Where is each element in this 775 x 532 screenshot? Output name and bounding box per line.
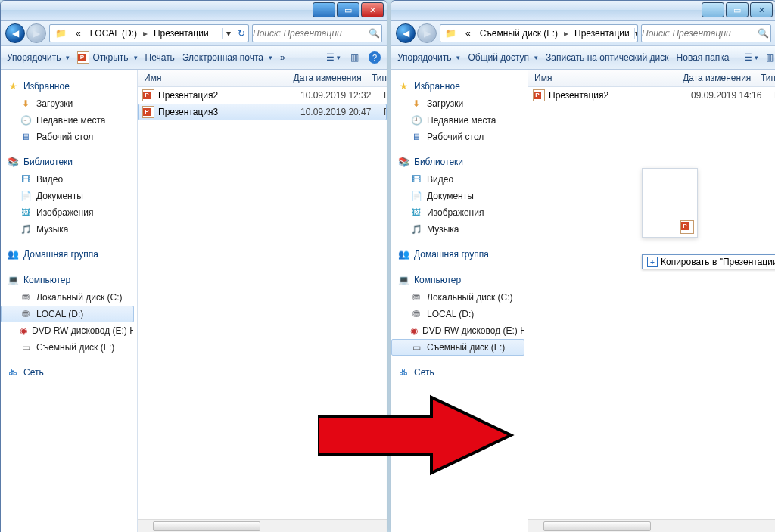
breadcrumb-seg-prefix[interactable]: « — [71, 28, 86, 39]
email-button[interactable]: Электронная почта — [182, 52, 272, 63]
nav-item-local-c[interactable]: ⛃Локальный диск (C:) — [391, 289, 524, 306]
nav-item-recent[interactable]: 🕘Недавние места — [391, 112, 524, 129]
column-name[interactable]: Имя — [528, 73, 683, 83]
nav-item-desktop[interactable]: 🖥Рабочий стол — [391, 129, 524, 145]
search-icon[interactable]: 🔍 — [367, 28, 381, 39]
open-button[interactable]: Открыть — [77, 51, 137, 64]
search-box[interactable]: 🔍 — [252, 24, 382, 42]
nav-item-usb-f[interactable]: ▭Съемный диск (F:) — [391, 339, 524, 356]
nav-libraries-header[interactable]: 📚 Библиотеки — [1, 154, 137, 171]
nav-item-local-c[interactable]: ⛃Локальный диск (C:) — [1, 289, 134, 306]
nav-homegroup-header[interactable]: 👥 Домашняя группа — [391, 247, 528, 263]
nav-item-images[interactable]: 🖼Изображения — [391, 204, 524, 221]
preview-pane-button[interactable]: ▥ — [766, 51, 774, 64]
open-label: Открыть — [92, 52, 128, 63]
breadcrumb[interactable]: 📁 « Съемный диск (F:) ▸ Презентации ▾ ↻ — [440, 24, 638, 42]
nav-item-label: Музыка — [427, 224, 459, 235]
toolbar-overflow-icon[interactable]: » — [280, 52, 285, 63]
title-bar[interactable]: — ▭ ✕ — [391, 1, 775, 21]
help-button[interactable]: ? — [369, 51, 381, 64]
file-row[interactable]: Презентация209.09.2019 14:16Презе — [528, 87, 775, 104]
title-bar[interactable]: — ▭ ✕ — [1, 1, 387, 21]
breadcrumb-seg-drive[interactable]: LOCAL (D:) — [86, 28, 142, 39]
view-options-button[interactable]: ☰ — [326, 51, 340, 64]
preview-pane-button[interactable]: ▥ — [347, 51, 361, 64]
breadcrumb-seg-drive[interactable]: Съемный диск (F:) — [475, 28, 562, 39]
nav-item-images[interactable]: 🖼Изображения — [1, 204, 134, 221]
nav-item-downloads[interactable]: ⬇Загрузки — [391, 95, 524, 112]
nav-item-local-d[interactable]: ⛃LOCAL (D:) — [1, 306, 134, 322]
nav-favorites-header[interactable]: ★ Избранное — [1, 79, 137, 95]
nav-item-dvd[interactable]: ◉DVD RW дисковод (E:) Harris Docu... — [391, 322, 524, 339]
horizontal-scrollbar[interactable] — [528, 519, 775, 532]
powerpoint-icon — [142, 89, 154, 101]
nav-item-usb-f[interactable]: ▭Съемный диск (F:) — [1, 339, 134, 356]
organize-button[interactable]: Упорядочить — [7, 52, 70, 63]
nav-computer-header[interactable]: 💻 Компьютер — [391, 272, 528, 289]
nav-item-local-d[interactable]: ⛃LOCAL (D:) — [391, 306, 524, 322]
column-headers[interactable]: Имя Дата изменения Тип — [528, 70, 775, 87]
nav-item-downloads[interactable]: ⬇Загрузки — [1, 95, 134, 112]
nav-forward-button[interactable]: ▶ — [26, 23, 46, 43]
nav-network-header[interactable]: 🖧 Сеть — [391, 365, 528, 381]
new-folder-button[interactable]: Новая папка — [677, 52, 730, 63]
scrollbar-thumb[interactable] — [543, 521, 651, 531]
nav-homegroup-header[interactable]: 👥 Домашняя группа — [1, 247, 137, 263]
breadcrumb-seg-folder[interactable]: Презентации — [570, 28, 634, 39]
libraries-icon: 📚 — [397, 156, 409, 168]
nav-item-music[interactable]: 🎵Музыка — [1, 221, 134, 238]
organize-button[interactable]: Упорядочить — [397, 52, 460, 63]
breadcrumb-seg-folder[interactable]: Презентации — [149, 28, 213, 39]
nav-libraries-header[interactable]: 📚 Библиотеки — [391, 154, 528, 171]
chevron-right-icon: ▸ — [562, 28, 570, 39]
column-date[interactable]: Дата изменения — [683, 73, 761, 83]
search-input[interactable] — [253, 28, 367, 39]
burn-button[interactable]: Записать на оптический диск — [546, 52, 669, 63]
nav-back-button[interactable]: ◀ — [5, 23, 25, 43]
nav-item-documents[interactable]: 📄Документы — [391, 188, 524, 204]
nav-item-recent[interactable]: 🕘Недавние места — [1, 112, 134, 129]
nav-network-header[interactable]: 🖧 Сеть — [1, 365, 137, 381]
maximize-button[interactable]: ▭ — [337, 2, 359, 17]
nav-computer-header[interactable]: 💻 Компьютер — [1, 272, 137, 289]
column-headers[interactable]: Имя Дата изменения Тип — [138, 70, 387, 87]
search-box[interactable]: 🔍 — [641, 24, 771, 42]
horizontal-scrollbar[interactable] — [138, 519, 387, 532]
share-button[interactable]: Общий доступ — [468, 52, 538, 63]
nav-item-documents[interactable]: 📄Документы — [1, 188, 134, 204]
nav-item-label: Видео — [36, 174, 63, 185]
column-type[interactable]: Тип — [761, 73, 775, 83]
minimize-button[interactable]: — — [702, 2, 724, 17]
network-icon: 🖧 — [7, 366, 19, 378]
minimize-button[interactable]: — — [313, 2, 335, 17]
nav-back-button[interactable]: ◀ — [396, 23, 416, 43]
nav-item-video[interactable]: 🎞Видео — [391, 171, 524, 188]
breadcrumb-dropdown[interactable]: ▾ — [634, 28, 638, 39]
file-row[interactable]: Презентация310.09.2019 20:47Презе — [138, 104, 387, 120]
close-button[interactable]: ✕ — [361, 2, 384, 17]
search-icon[interactable]: 🔍 — [756, 28, 770, 39]
refresh-icon[interactable]: ↻ — [235, 28, 248, 39]
close-button[interactable]: ✕ — [750, 2, 773, 17]
breadcrumb-seg-prefix[interactable]: « — [461, 28, 475, 39]
column-name[interactable]: Имя — [138, 73, 294, 83]
scrollbar-thumb[interactable] — [153, 521, 260, 531]
search-input[interactable] — [642, 28, 756, 39]
column-type[interactable]: Тип — [372, 73, 387, 83]
nav-item-music[interactable]: 🎵Музыка — [391, 221, 524, 238]
breadcrumb[interactable]: 📁 « LOCAL (D:) ▸ Презентации ▾ ↻ — [49, 24, 249, 42]
nav-item-desktop[interactable]: 🖥Рабочий стол — [1, 129, 134, 145]
file-row[interactable]: Презентация210.09.2019 12:32Презе — [138, 87, 387, 104]
nav-computer-label: Компьютер — [414, 275, 461, 285]
column-date[interactable]: Дата изменения — [294, 73, 372, 83]
nav-favorites-header[interactable]: ★ Избранное — [391, 79, 528, 95]
print-button[interactable]: Печать — [145, 52, 175, 63]
nav-item-video[interactable]: 🎞Видео — [1, 171, 134, 188]
view-options-button[interactable]: ☰ — [745, 51, 758, 64]
nav-item-dvd[interactable]: ◉DVD RW дисковод (E:) Harris Docu... — [1, 322, 134, 339]
dvd-icon: ◉ — [20, 325, 27, 337]
folder-icon: 📁 — [50, 27, 71, 39]
maximize-button[interactable]: ▭ — [726, 2, 749, 17]
nav-forward-button[interactable]: ▶ — [417, 23, 437, 43]
breadcrumb-dropdown[interactable]: ▾ — [222, 28, 235, 39]
